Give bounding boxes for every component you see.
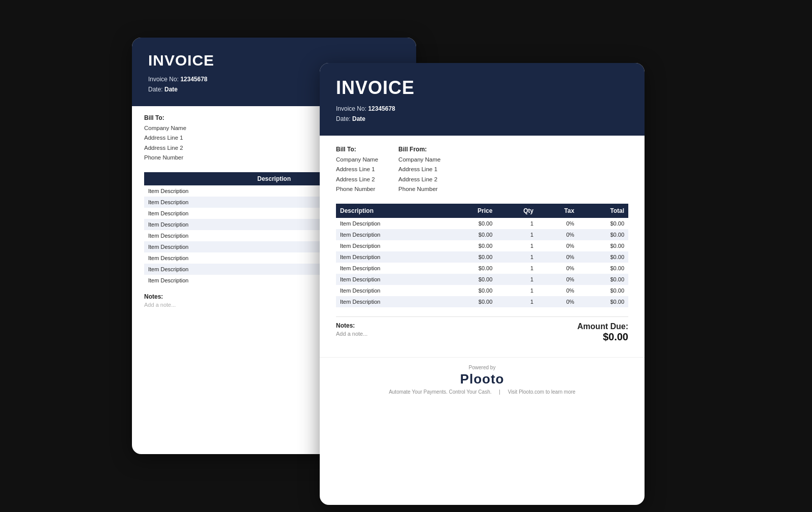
row-tax: 0% [537,285,578,296]
row-tax: 0% [537,274,578,285]
front-bill-to-phone: Phone Number [336,184,378,195]
front-table-row: Item Description $0.00 1 0% $0.00 [336,285,628,296]
row-price: $0.00 [445,240,496,251]
front-title: INVOICE [336,77,628,99]
back-bill-phone: Phone Number [144,153,186,163]
row-price: $0.00 [445,263,496,274]
back-bill-addr2: Address Line 2 [144,143,186,153]
col-tax: Tax [537,204,578,218]
row-price: $0.00 [445,218,496,229]
front-bill-section: Bill To: Company Name Address Line 1 Add… [336,146,628,195]
row-total: $0.00 [579,263,628,274]
row-tax: 0% [537,251,578,263]
bottom-section: Notes: Add a note... Amount Due: $0.00 [336,316,628,343]
front-bill-from-company: Company Name [398,155,441,165]
row-price: $0.00 [445,229,496,240]
row-desc: Item Description [336,285,445,296]
row-tax: 0% [537,296,578,307]
col-total: Total [579,204,628,218]
front-date-value: Date [352,115,365,122]
row-qty: 1 [496,285,537,296]
amount-due-block: Amount Due: $0.00 [578,322,628,343]
back-invoice-no-value: 12345678 [180,76,207,83]
col-price: Price [445,204,496,218]
row-tax: 0% [537,229,578,240]
back-date-label: Date: [148,86,163,93]
row-price: $0.00 [445,285,496,296]
powered-by-text: Powered by [330,365,634,370]
front-footer: Powered by Plooto Automate Your Payments… [320,357,645,403]
front-notes-label: Notes: [336,322,367,329]
back-bill-to: Bill To: Company Name Address Line 1 Add… [144,114,186,163]
row-desc: Item Description [336,218,445,229]
back-bill-addr1: Address Line 1 [144,133,186,143]
row-price: $0.00 [445,251,496,263]
row-total: $0.00 [579,285,628,296]
row-desc: Item Description [336,263,445,274]
automate-text: Automate Your Payments. Control Your Cas… [389,389,491,395]
front-invoice-no-label: Invoice No: [336,105,366,112]
row-qty: 1 [496,218,537,229]
row-price: $0.00 [445,274,496,285]
front-bill-to-addr2: Address Line 2 [336,175,378,185]
front-notes-placeholder: Add a note... [336,331,367,337]
row-total: $0.00 [579,251,628,263]
row-qty: 1 [496,274,537,285]
row-total: $0.00 [579,296,628,307]
row-qty: 1 [496,240,537,251]
front-bill-from-addr1: Address Line 1 [398,165,441,175]
front-bill-to-company: Company Name [336,155,378,165]
invoice-card-front: INVOICE Invoice No: 12345678 Date: Date … [320,63,645,505]
row-qty: 1 [496,251,537,263]
front-meta: Invoice No: 12345678 Date: Date [336,104,628,124]
row-qty: 1 [496,263,537,274]
front-table-row: Item Description $0.00 1 0% $0.00 [336,296,628,307]
row-total: $0.00 [579,229,628,240]
back-invoice-no-label: Invoice No: [148,76,179,83]
front-bill-from: Bill From: Company Name Address Line 1 A… [398,146,441,195]
front-bill-to-label: Bill To: [336,146,378,153]
row-tax: 0% [537,218,578,229]
front-body: Bill To: Company Name Address Line 1 Add… [320,136,645,353]
col-qty: Qty [496,204,537,218]
front-bill-from-phone: Phone Number [398,184,441,195]
front-table-row: Item Description $0.00 1 0% $0.00 [336,251,628,263]
footer-tagline: Automate Your Payments. Control Your Cas… [330,389,634,395]
amount-due-label: Amount Due: [578,322,628,331]
amount-due-value: $0.00 [578,331,628,343]
front-table-row: Item Description $0.00 1 0% $0.00 [336,229,628,240]
back-date-value: Date [164,86,178,93]
visit-text: Visit Plooto.com to learn more [508,389,576,395]
back-bill-to-label: Bill To: [144,114,186,121]
row-total: $0.00 [579,218,628,229]
front-date-label: Date: [336,115,351,122]
front-bill-from-label: Bill From: [398,146,441,153]
back-bill-company: Company Name [144,123,186,134]
row-tax: 0% [537,240,578,251]
front-bill-to-addr1: Address Line 1 [336,165,378,175]
row-total: $0.00 [579,240,628,251]
front-table-row: Item Description $0.00 1 0% $0.00 [336,240,628,251]
front-header: INVOICE Invoice No: 12345678 Date: Date [320,63,645,136]
row-desc: Item Description [336,229,445,240]
front-notes: Notes: Add a note... [336,322,367,337]
row-desc: Item Description [336,240,445,251]
footer-separator: | [499,389,500,395]
front-table-row: Item Description $0.00 1 0% $0.00 [336,263,628,274]
row-price: $0.00 [445,296,496,307]
front-bill-from-addr2: Address Line 2 [398,175,441,185]
row-desc: Item Description [336,296,445,307]
front-table-row: Item Description $0.00 1 0% $0.00 [336,274,628,285]
front-bill-to: Bill To: Company Name Address Line 1 Add… [336,146,378,195]
row-qty: 1 [496,296,537,307]
row-desc: Item Description [336,251,445,263]
row-tax: 0% [537,263,578,274]
row-total: $0.00 [579,274,628,285]
plooto-logo: Plooto [330,371,634,387]
col-description: Description [336,204,445,218]
row-qty: 1 [496,229,537,240]
front-table-row: Item Description $0.00 1 0% $0.00 [336,218,628,229]
front-invoice-no-value: 12345678 [368,105,395,112]
front-invoice-table: Description Price Qty Tax Total Item Des… [336,204,628,307]
row-desc: Item Description [336,274,445,285]
